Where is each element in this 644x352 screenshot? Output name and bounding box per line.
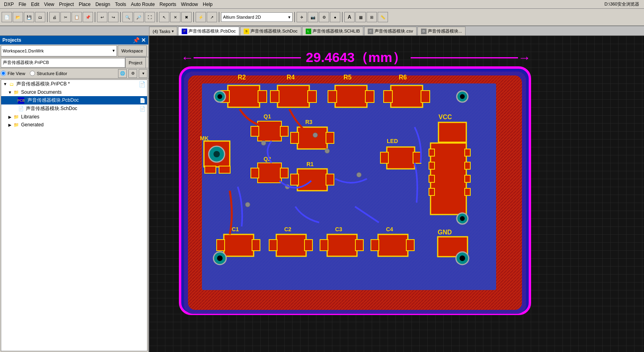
svg-rect-37 [251, 126, 259, 136]
text-button[interactable]: A [344, 12, 355, 22]
cut-button[interactable]: ✂ [60, 12, 71, 22]
zoom-out-button[interactable]: 🔎 [134, 12, 144, 22]
view-dropdown[interactable]: Altium Standard 2D ▾ [221, 12, 293, 22]
tab-bar: (4) Tasks ▾ P 声音传感器模块.PcbDoc S 声音传感器模块.S… [0, 26, 644, 36]
tree-icon-btn[interactable]: 🌐 [118, 69, 127, 78]
zoom-fit-button[interactable]: ⛶ [145, 12, 155, 22]
svg-rect-84 [406, 240, 414, 251]
svg-point-26 [217, 94, 222, 99]
modified-badge: 📄 [139, 81, 145, 87]
svg-text:R6: R6 [399, 74, 407, 81]
tree-item-generated[interactable]: ▶ 📁 Generated [1, 121, 147, 129]
measure-button[interactable]: 📏 [378, 12, 388, 22]
tab-pcbdoc-label: 声音传感器模块.PcbDoc [188, 28, 236, 34]
tree-root-label: 声音传感器模块.PriPCB * [16, 81, 70, 87]
cross-button[interactable]: ✕ [170, 12, 180, 22]
menu-dxp[interactable]: DXP [2, 1, 16, 8]
svg-text:VCC: VCC [438, 114, 452, 120]
sidebar-pin-icon[interactable]: 📌 [133, 37, 140, 43]
file-view-radio[interactable]: File View [1, 71, 25, 76]
svg-rect-19 [365, 91, 374, 103]
file-view-input[interactable] [1, 71, 6, 76]
menu-autoroute[interactable]: Auto Route [128, 1, 157, 8]
save-all-button[interactable]: 🗂 [35, 12, 45, 22]
tab-other[interactable]: D 声音传感器模块... [417, 27, 466, 35]
save-button[interactable]: 💾 [24, 12, 34, 22]
sidebar-header: Projects 📌 ✕ [0, 36, 148, 44]
settings-button[interactable]: ⚙ [319, 12, 329, 22]
tasks-arrow: ▾ [172, 29, 174, 33]
toolbar-separator-6 [219, 12, 219, 22]
menu-reports[interactable]: Reports [157, 1, 178, 8]
menu-place[interactable]: Place [76, 1, 93, 8]
project-button[interactable]: Project [125, 57, 146, 68]
tree-item-schdoc[interactable]: 📄 声音传感器模块.SchDoc 📄 [1, 104, 147, 113]
interactive-route-button[interactable]: ↗ [207, 12, 217, 22]
sidebar-close-icon[interactable]: ✕ [141, 37, 146, 43]
file-tree[interactable]: ▼ 🗂 声音传感器模块.PriPCB * 📄 ▼ 📁 Source Docume… [1, 79, 147, 351]
paste-button[interactable]: 📌 [83, 12, 93, 22]
pcb-board-svg: R2 R4 R5 R6 MK [176, 64, 534, 322]
grid-button[interactable]: ⊞ [367, 12, 377, 22]
menu-file[interactable]: File [16, 1, 29, 8]
more-icon-btn[interactable]: ▾ [139, 69, 147, 78]
tab-csv[interactable]: C 声音传感器模块.csv [364, 27, 417, 35]
tree-item-root[interactable]: ▼ 🗂 声音传感器模块.PriPCB * 📄 [1, 80, 147, 88]
svg-point-95 [313, 133, 318, 137]
svg-text:R3: R3 [305, 119, 312, 125]
svg-rect-76 [305, 240, 312, 251]
svg-rect-45 [326, 132, 334, 143]
undo-button[interactable]: ↩ [97, 12, 107, 22]
menu-bar: DXP File Edit View Project Place Design … [0, 0, 644, 9]
project-name-field: 声音传感器模块.PriPCB [1, 58, 125, 68]
select-button[interactable]: ↖ [159, 12, 169, 22]
tree-item-libraries[interactable]: ▶ 📁 Libraries [1, 113, 147, 121]
cross2-button[interactable]: ✖ [181, 12, 192, 22]
generated-folder-icon: 📁 [13, 122, 19, 128]
menu-edit[interactable]: Edit [29, 1, 42, 8]
menu-help[interactable]: Help [200, 1, 215, 8]
expand-pcbdoc [12, 98, 17, 103]
tab-other-label: 声音传感器模块... [428, 28, 462, 34]
config-icon-btn[interactable]: ⚙ [128, 69, 137, 78]
svg-text:R4: R4 [287, 74, 295, 81]
tab-schlib[interactable]: L 声音传感器模块.SCHLIB [302, 27, 364, 35]
menu-window[interactable]: Window [178, 1, 200, 8]
redo-button[interactable]: ↪ [108, 12, 118, 22]
pcb-canvas-area[interactable]: ← 29.4643（mm） → ↑ 19.81.2（mm） ↓ [149, 36, 644, 352]
dot-button[interactable]: ● [330, 12, 340, 22]
expand-generated: ▶ [8, 122, 12, 127]
tab-schdoc[interactable]: S 声音传感器模块.SchDoc [240, 27, 301, 35]
tree-item-source-docs[interactable]: ▼ 📁 Source Documents [1, 88, 147, 96]
menu-view[interactable]: View [42, 1, 57, 8]
svg-rect-58 [429, 175, 435, 182]
dim-h-line [194, 57, 301, 58]
svg-rect-41 [251, 168, 259, 178]
copy-button[interactable]: 📋 [72, 12, 82, 22]
workspace-button[interactable]: Workspace [118, 45, 147, 56]
print-button[interactable]: 🖨 [49, 12, 60, 22]
tree-schdoc-label: 声音传感器模块.SchDoc [26, 105, 77, 112]
tree-item-pcbdoc[interactable]: PCB 声音传感器模块.PcbDoc 📄 [1, 96, 147, 104]
svg-rect-56 [429, 149, 435, 156]
zoom-in-button[interactable]: 🔍 [122, 12, 133, 22]
route-button[interactable]: ⚡ [196, 12, 206, 22]
layout-button[interactable]: ▦ [355, 12, 366, 22]
tasks-tab[interactable]: (4) Tasks ▾ [149, 27, 177, 35]
svg-rect-21 [391, 85, 423, 107]
menu-project[interactable]: Project [57, 1, 76, 8]
tab-pcbdoc[interactable]: P 声音传感器模块.PcbDoc [178, 27, 239, 35]
structure-editor-input[interactable] [30, 71, 35, 76]
svg-rect-79 [320, 240, 328, 251]
open-button[interactable]: 📂 [13, 12, 23, 22]
camera-button[interactable]: 📷 [308, 12, 318, 22]
fly-button[interactable]: ✈ [297, 12, 307, 22]
menu-tools[interactable]: Tools [113, 1, 128, 8]
new-button[interactable]: 📄 [2, 12, 12, 22]
workspace-dropdown[interactable]: Workspace1.DsnWrk ▾ [1, 45, 117, 56]
menu-design[interactable]: Design [93, 1, 113, 8]
svg-text:C2: C2 [284, 226, 291, 232]
svg-rect-83 [371, 240, 379, 251]
svg-rect-70 [224, 234, 254, 256]
structure-editor-radio[interactable]: Structure Editor [30, 71, 67, 76]
